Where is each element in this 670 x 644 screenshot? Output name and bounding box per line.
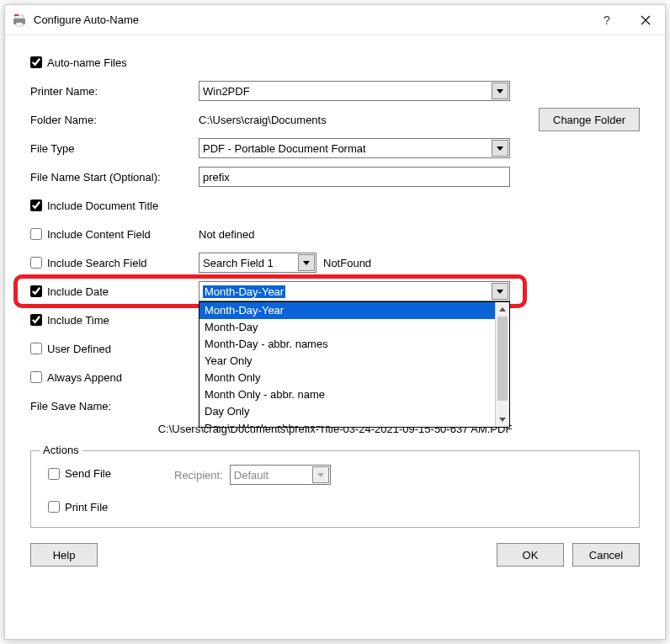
svg-rect-2	[16, 23, 23, 26]
autoname-files-checkbox[interactable]: Auto-name Files	[30, 56, 127, 69]
printer-name-select[interactable]: Win2PDF	[199, 81, 510, 101]
date-option[interactable]: Year Only	[199, 353, 495, 370]
include-date-checkbox[interactable]: Include Date	[30, 285, 109, 298]
date-option[interactable]: Day Only	[199, 403, 495, 420]
scroll-down-icon[interactable]	[496, 412, 509, 427]
close-button[interactable]	[626, 5, 665, 35]
dialog-title: Configure Auto-Name	[34, 13, 139, 26]
help-button-titlebar[interactable]: ?	[588, 5, 626, 35]
send-file-label: Send File	[65, 467, 111, 480]
search-field-select[interactable]: Search Field 1	[199, 253, 316, 273]
chevron-down-icon	[492, 140, 508, 157]
user-defined-input[interactable]	[30, 343, 42, 354]
ok-button[interactable]: OK	[497, 543, 564, 567]
include-time-checkbox[interactable]: Include Time	[30, 314, 109, 327]
actions-legend: Actions	[40, 444, 82, 456]
date-option[interactable]: Month Only	[199, 370, 495, 386]
include-date-value: Month-Day-Year	[203, 285, 285, 298]
include-time-input[interactable]	[30, 314, 42, 326]
include-date-input[interactable]	[30, 285, 42, 297]
chevron-down-icon	[312, 466, 329, 483]
titlebar: Configure Auto-Name ?	[5, 5, 665, 35]
printer-name-label: Printer Name:	[30, 85, 98, 98]
recipient-value: Default	[234, 469, 269, 482]
always-append-input[interactable]	[30, 371, 42, 383]
include-date-label: Include Date	[47, 285, 109, 298]
autoname-files-input[interactable]	[30, 56, 42, 68]
dropdown-scrollbar[interactable]	[495, 302, 509, 427]
send-file-input[interactable]	[48, 468, 60, 480]
scroll-up-icon[interactable]	[496, 302, 509, 317]
recipient-select: Default	[230, 465, 331, 485]
help-button[interactable]: Help	[30, 543, 98, 567]
dialog-body: Auto-name Files Printer Name: Win2PDF Fo…	[5, 35, 665, 580]
date-option[interactable]: Day in Week - abbr. name	[199, 420, 495, 427]
send-file-checkbox[interactable]: Send File	[48, 467, 111, 480]
user-defined-checkbox[interactable]: User Defined	[30, 343, 111, 355]
folder-path-text: C:\Users\craig\Documents	[199, 114, 532, 126]
date-option[interactable]: Month Only - abbr. name	[199, 386, 495, 403]
print-file-input[interactable]	[48, 501, 60, 513]
print-file-checkbox[interactable]: Print File	[48, 501, 108, 514]
user-defined-label: User Defined	[47, 343, 111, 355]
chevron-down-icon	[298, 254, 315, 271]
always-append-checkbox[interactable]: Always Append	[30, 371, 122, 384]
printer-name-value: Win2PDF	[203, 85, 250, 98]
include-date-dropdown[interactable]: Month-Day-YearMonth-DayMonth-Day - abbr.…	[199, 301, 510, 428]
include-content-field-input[interactable]	[30, 228, 42, 240]
date-option[interactable]: Month-Day-Year	[199, 302, 495, 319]
print-file-label: Print File	[65, 501, 108, 514]
chevron-down-icon	[492, 283, 508, 300]
always-append-label: Always Append	[47, 371, 122, 384]
actions-group: Actions Send File Recipient: Default	[30, 450, 640, 528]
include-time-label: Include Time	[47, 314, 109, 327]
filename-start-label: File Name Start (Optional):	[30, 171, 161, 184]
date-option[interactable]: Month-Day - abbr. names	[199, 336, 495, 353]
include-content-field-label: Include Content Field	[47, 228, 151, 241]
include-date-select[interactable]: Month-Day-Year	[199, 281, 510, 301]
file-save-name-label: File Save Name:	[30, 400, 111, 412]
include-doc-title-input[interactable]	[30, 200, 42, 211]
include-search-field-checkbox[interactable]: Include Search Field	[30, 257, 147, 269]
include-doc-title-checkbox[interactable]: Include Document Title	[30, 200, 158, 212]
cancel-button[interactable]: Cancel	[572, 543, 640, 567]
autoname-files-label: Auto-name Files	[47, 56, 127, 69]
file-type-select[interactable]: PDF - Portable Document Format	[199, 138, 510, 158]
folder-name-label: Folder Name:	[30, 114, 97, 126]
filename-start-input[interactable]	[199, 167, 510, 187]
file-type-label: File Type	[30, 142, 75, 155]
dialog-window: Configure Auto-Name ? Auto-name Files Pr…	[4, 4, 666, 640]
file-type-value: PDF - Portable Document Format	[203, 142, 366, 155]
recipient-label: Recipient:	[174, 469, 223, 482]
date-option[interactable]: Month-Day	[199, 319, 495, 336]
change-folder-button[interactable]: Change Folder	[539, 108, 640, 131]
include-search-field-label: Include Search Field	[47, 257, 147, 269]
include-doc-title-label: Include Document Title	[47, 200, 158, 212]
chevron-down-icon	[492, 82, 508, 99]
search-field-value: Search Field 1	[203, 257, 274, 269]
content-field-status: Not defined	[199, 228, 255, 241]
include-content-field-checkbox[interactable]: Include Content Field	[30, 228, 151, 241]
svg-rect-3	[14, 14, 19, 16]
include-search-field-input[interactable]	[30, 257, 42, 269]
printer-icon	[12, 13, 27, 28]
scroll-thumb[interactable]	[497, 317, 508, 401]
search-field-status: NotFound	[323, 257, 371, 269]
